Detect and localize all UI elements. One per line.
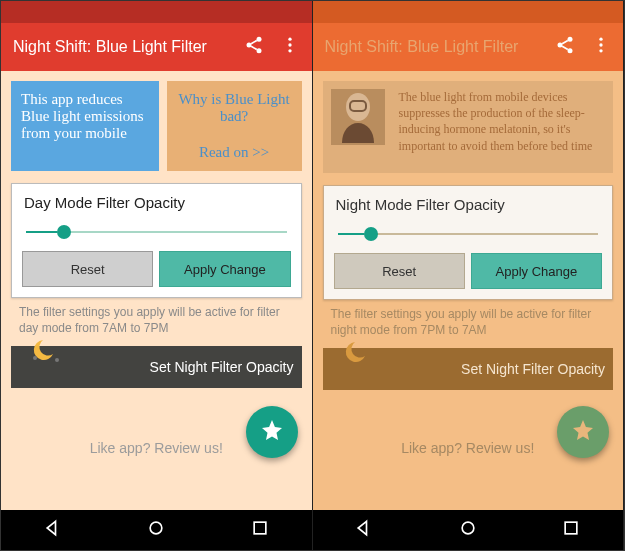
opacity-panel: Night Mode Filter Opacity Reset Apply Ch…: [323, 185, 614, 300]
info-card-why[interactable]: Why is Blue Light bad? Read on >>: [167, 81, 302, 171]
appbar-actions: [555, 35, 611, 59]
svg-point-0: [256, 37, 261, 42]
svg-point-8: [150, 522, 162, 534]
info-box: This app reduces Blue light emissions fr…: [11, 81, 302, 171]
nav-recent-icon[interactable]: [561, 518, 581, 542]
info-card-why-link: Read on >>: [177, 144, 292, 161]
more-icon[interactable]: [591, 35, 611, 59]
avatar: [331, 89, 385, 145]
svg-point-3: [288, 38, 291, 41]
opacity-slider[interactable]: [12, 219, 301, 251]
nav-back-icon[interactable]: [43, 518, 63, 542]
moon-icon: [29, 338, 63, 367]
share-icon[interactable]: [244, 35, 264, 59]
svg-point-14: [599, 43, 602, 46]
review-fab[interactable]: [557, 406, 609, 458]
android-nav-bar: [313, 510, 624, 550]
apply-button[interactable]: Apply Change: [471, 253, 602, 289]
app-title: Night Shift: Blue Light Filter: [13, 38, 244, 56]
more-icon[interactable]: [280, 35, 300, 59]
svg-point-11: [558, 43, 563, 48]
status-bar: [1, 1, 312, 23]
apply-button[interactable]: Apply Change: [159, 251, 290, 287]
svg-point-2: [256, 48, 261, 53]
appbar-actions: [244, 35, 300, 59]
reset-button[interactable]: Reset: [334, 253, 465, 289]
app-bar: Night Shift: Blue Light Filter: [313, 23, 624, 71]
nav-back-icon[interactable]: [354, 518, 374, 542]
info-box: The blue light from mobile devices suppr…: [323, 81, 614, 173]
svg-point-15: [599, 49, 602, 52]
svg-point-6: [33, 356, 37, 360]
device-left: Night Shift: Blue Light Filter This app …: [1, 1, 313, 550]
status-bar: [313, 1, 624, 23]
night-filter-label: Set Night Filter Opacity: [150, 359, 294, 375]
panel-title: Day Mode Filter Opacity: [12, 184, 301, 219]
svg-rect-9: [254, 522, 266, 534]
content-area: This app reduces Blue light emissions fr…: [1, 71, 312, 510]
svg-point-7: [55, 358, 59, 362]
app-title: Night Shift: Blue Light Filter: [325, 38, 556, 56]
slider-thumb[interactable]: [57, 225, 71, 239]
svg-point-1: [246, 43, 251, 48]
info-description: The blue light from mobile devices suppr…: [393, 89, 606, 165]
share-icon[interactable]: [555, 35, 575, 59]
device-right: Night Shift: Blue Light Filter The blue …: [313, 1, 625, 550]
slider-thumb[interactable]: [364, 227, 378, 241]
opacity-slider[interactable]: [324, 221, 613, 253]
set-night-filter-bar[interactable]: Set Night Filter Opacity: [323, 348, 614, 390]
star-icon: [571, 418, 595, 446]
svg-point-4: [288, 43, 291, 46]
svg-point-10: [568, 37, 573, 42]
info-card-why-question: Why is Blue Light bad?: [177, 91, 292, 125]
content-area: The blue light from mobile devices suppr…: [313, 71, 624, 510]
app-bar: Night Shift: Blue Light Filter: [1, 23, 312, 71]
star-icon: [260, 418, 284, 446]
reset-button[interactable]: Reset: [22, 251, 153, 287]
nav-recent-icon[interactable]: [250, 518, 270, 542]
moon-icon: [341, 340, 375, 369]
opacity-panel: Day Mode Filter Opacity Reset Apply Chan…: [11, 183, 302, 298]
nav-home-icon[interactable]: [458, 518, 478, 542]
svg-point-12: [568, 48, 573, 53]
svg-rect-19: [565, 522, 577, 534]
svg-point-5: [288, 49, 291, 52]
nav-home-icon[interactable]: [146, 518, 166, 542]
set-night-filter-bar[interactable]: Set Night Filter Opacity: [11, 346, 302, 388]
review-fab[interactable]: [246, 406, 298, 458]
info-card-summary: This app reduces Blue light emissions fr…: [11, 81, 159, 171]
android-nav-bar: [1, 510, 312, 550]
svg-point-18: [462, 522, 474, 534]
panel-title: Night Mode Filter Opacity: [324, 186, 613, 221]
night-filter-label: Set Night Filter Opacity: [461, 361, 605, 377]
svg-point-13: [599, 38, 602, 41]
